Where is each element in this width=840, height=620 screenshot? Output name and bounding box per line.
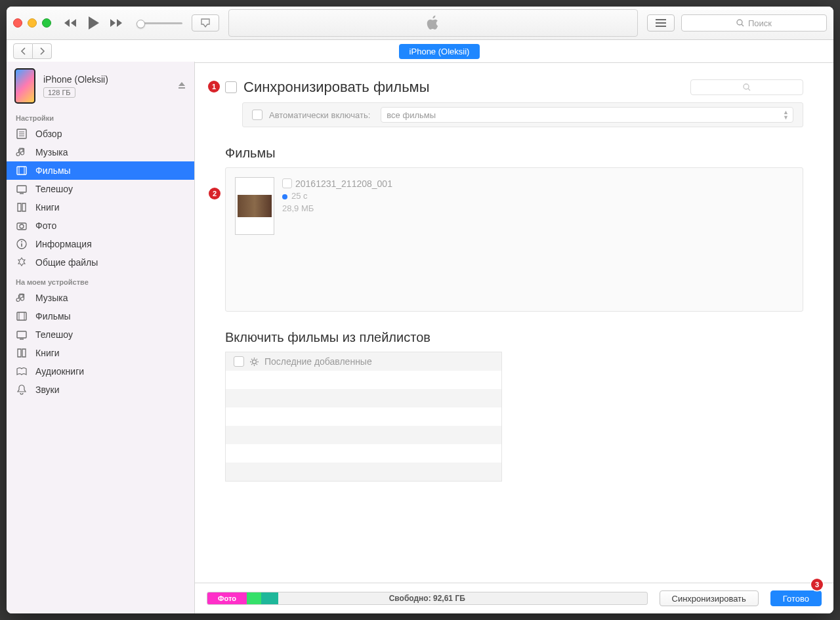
svg-point-15 (21, 241, 22, 243)
content: 1 Синхронизировать фильмы Автоматически … (195, 62, 833, 534)
airplay-button[interactable] (192, 14, 219, 31)
apps-icon (16, 257, 28, 268)
next-track-button[interactable] (109, 18, 123, 28)
svg-point-21 (744, 84, 749, 89)
minimize-window-button[interactable] (28, 18, 37, 28)
annotation-badge-2: 2 (209, 188, 220, 199)
now-playing-lcd (228, 9, 638, 37)
search-field[interactable]: Поиск (681, 14, 827, 31)
playlist-row-empty (226, 389, 501, 407)
sync-movies-checkbox[interactable] (225, 81, 237, 93)
svg-point-12 (20, 224, 24, 228)
movie-size: 28,9 МБ (282, 203, 392, 215)
play-button[interactable] (87, 16, 100, 30)
sidebar-item-label: Фильмы (35, 311, 71, 321)
playlist-row-empty (226, 407, 501, 426)
movies-search-field[interactable] (690, 79, 803, 95)
sidebar: iPhone (Oleksii) 128 ГБ Настройки Обзор … (7, 62, 195, 613)
sidebar-item-label: Информация (35, 239, 92, 249)
playlist-row-empty (226, 444, 501, 463)
playlist-row-empty (226, 371, 501, 389)
back-button[interactable] (13, 43, 33, 59)
sidebar-device-books[interactable]: Книги (7, 344, 194, 362)
capacity-free-label: Свободно: 92,61 ГБ (207, 592, 647, 604)
sidebar-item-label: Телешоу (35, 184, 73, 194)
sidebar-item-summary[interactable]: Обзор (7, 125, 194, 143)
zoom-window-button[interactable] (42, 18, 51, 28)
sidebar-item-label: Фото (35, 220, 56, 231)
movie-duration: 25 с (282, 190, 392, 203)
sidebar-item-tvshows[interactable]: Телешоу (7, 180, 194, 198)
sidebar-item-books[interactable]: Книги (7, 198, 194, 217)
search-icon (743, 83, 751, 91)
sidebar-item-info[interactable]: Информация (7, 235, 194, 253)
tv-icon (16, 329, 28, 341)
sidebar-device-tvshows[interactable]: Телешоу (7, 325, 194, 344)
info-icon (16, 238, 28, 250)
device-thumbnail-icon (14, 68, 35, 104)
music-icon (16, 146, 28, 158)
sidebar-item-music[interactable]: Музыка (7, 143, 194, 161)
chevrons-up-down-icon: ▲▼ (783, 110, 789, 120)
sidebar-item-movies[interactable]: Фильмы (7, 161, 194, 180)
playlist-row-empty (226, 426, 501, 444)
sync-header: 1 Синхронизировать фильмы (225, 79, 803, 96)
close-window-button[interactable] (13, 18, 22, 28)
svg-rect-9 (17, 186, 26, 192)
device-tab[interactable]: iPhone (Oleksii) (399, 44, 480, 59)
forward-button[interactable] (33, 43, 52, 59)
movie-name[interactable]: 20161231_211208_001 (295, 177, 392, 190)
device-name: iPhone (Oleksii) (43, 74, 177, 85)
auto-include-select[interactable]: все фильмы ▲▼ (381, 107, 793, 123)
annotation-badge-1: 1 (208, 81, 220, 93)
itunes-window: Поиск iPhone (Oleksii) iPhone (Oleksii) … (7, 7, 833, 613)
sync-button[interactable]: Синхронизировать (660, 590, 759, 606)
sidebar-device-tones[interactable]: Звуки (7, 381, 194, 399)
sidebar-item-label: Общие файлы (35, 257, 98, 268)
books-icon (16, 347, 28, 359)
sidebar-item-file-sharing[interactable]: Общие файлы (7, 253, 194, 272)
music-icon (16, 292, 28, 304)
sidebar-item-photos[interactable]: Фото (7, 217, 194, 235)
nav-back-forward (13, 43, 52, 59)
movies-list: 2 20161231_211208_001 25 с 28,9 МБ (225, 167, 803, 312)
movie-thumbnail[interactable] (235, 177, 274, 235)
sidebar-item-label: Обзор (35, 129, 62, 139)
movie-meta: 20161231_211208_001 25 с 28,9 МБ (282, 177, 392, 302)
apple-logo-icon (427, 15, 440, 31)
volume-slider[interactable] (136, 22, 182, 24)
auto-include-label: Автоматически включать: (269, 110, 370, 120)
sidebar-device-movies[interactable]: Фильмы (7, 307, 194, 325)
sync-movies-title: Синхронизировать фильмы (243, 79, 430, 96)
done-button[interactable]: Готово (770, 590, 822, 606)
svg-point-23 (253, 360, 257, 363)
eject-button[interactable] (177, 81, 186, 92)
svg-rect-16 (17, 312, 26, 320)
playlists-list: Последние добавленные (225, 352, 502, 482)
sidebar-section-on-device: На моем устройстве (7, 272, 194, 289)
playlist-row[interactable]: Последние добавленные (226, 352, 501, 371)
body: iPhone (Oleksii) 128 ГБ Настройки Обзор … (7, 62, 833, 613)
list-view-button[interactable] (647, 14, 675, 31)
annotation-badge-3: 3 (811, 579, 823, 590)
auto-include-checkbox[interactable] (252, 110, 262, 120)
sidebar-device-audiobooks[interactable]: Аудиокниги (7, 362, 194, 381)
movies-icon (16, 165, 28, 176)
sidebar-item-label: Аудиокниги (35, 366, 84, 377)
summary-icon (16, 128, 28, 140)
playlists-section-header: Включить фильмы из плейлистов (225, 330, 803, 345)
device-info: iPhone (Oleksii) 128 ГБ (43, 74, 177, 98)
sidebar-section-settings: Настройки (7, 108, 194, 125)
sidebar-device-music[interactable]: Музыка (7, 289, 194, 307)
capacity-bar: Фото Свободно: 92,61 ГБ (207, 592, 648, 605)
playback-controls (63, 16, 182, 30)
svg-line-22 (748, 89, 750, 91)
main-panel: 1 Синхронизировать фильмы Автоматически … (195, 62, 833, 613)
window-controls (13, 18, 51, 28)
bell-icon (16, 384, 28, 396)
playlist-label: Последние добавленные (264, 356, 372, 367)
device-header[interactable]: iPhone (Oleksii) 128 ГБ (7, 62, 194, 108)
playlist-checkbox[interactable] (234, 356, 244, 367)
previous-track-button[interactable] (63, 18, 77, 28)
sidebar-item-label: Телешоу (35, 329, 73, 340)
